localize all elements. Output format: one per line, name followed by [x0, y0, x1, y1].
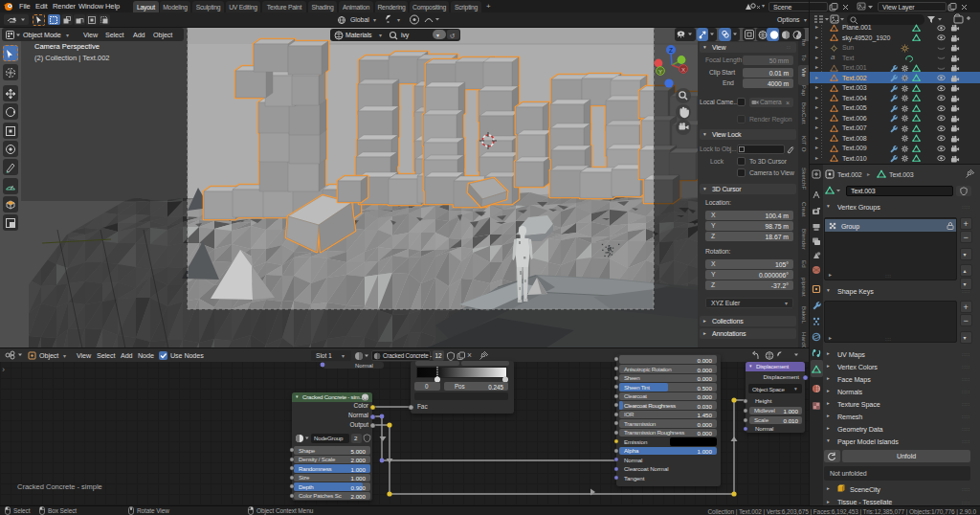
svg-text:Y: Y: [658, 69, 662, 75]
svg-text:X: X: [681, 67, 685, 73]
svg-text:Z: Z: [669, 47, 673, 54]
